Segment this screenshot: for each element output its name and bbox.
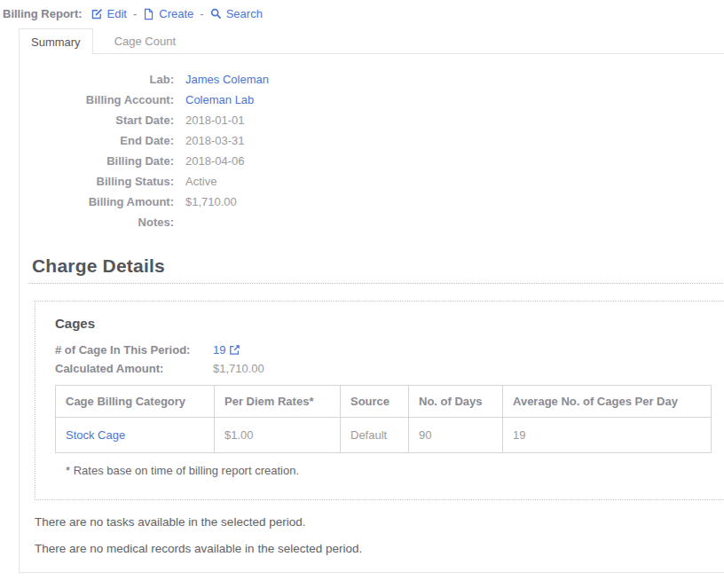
tab-summary[interactable]: Summary: [19, 28, 93, 54]
charge-details-section: Charge Details: [28, 255, 724, 284]
field-row-start-date: Start Date: 2018-01-01: [20, 110, 724, 130]
field-row-lab: Lab: James Coleman: [20, 69, 724, 90]
file-icon: [143, 8, 154, 20]
billing-account-link[interactable]: Coleman Lab: [185, 93, 254, 106]
search-label: Search: [226, 7, 263, 20]
start-date-value: 2018-01-01: [185, 110, 245, 130]
create-button[interactable]: Create: [143, 7, 193, 20]
field-label: Billing Date:: [20, 151, 174, 171]
cage-count-row: # of Cage In This Period: 19: [55, 341, 724, 359]
lab-link[interactable]: James Coleman: [185, 73, 269, 86]
page-header: Billing Report: Edit - Create - Search: [3, 7, 263, 20]
field-label: Notes:: [20, 212, 174, 232]
tab-summary-label: Summary: [31, 35, 81, 49]
rates-footnote: * Rates base on time of billing report c…: [66, 464, 724, 477]
edit-label: Edit: [107, 7, 127, 20]
page-title: Billing Report:: [3, 7, 83, 20]
no-medical-records-message: There are no medical records available i…: [35, 541, 724, 556]
summary-fields: Lab: James Coleman Billing Account: Cole…: [20, 54, 724, 232]
billing-amount-value: $1,710.00: [185, 192, 237, 212]
edit-button[interactable]: Edit: [90, 7, 127, 20]
source-cell: Default: [341, 418, 409, 453]
cages-box: Cages # of Cage In This Period: 19 Calcu…: [35, 301, 724, 500]
col-per-diem-rates: Per Diem Rates*: [215, 386, 341, 418]
search-icon: [210, 8, 222, 20]
cages-heading: Cages: [55, 316, 724, 331]
create-label: Create: [159, 7, 193, 20]
table-row: Stock Cage $1.00 Default 90 19: [56, 418, 712, 453]
field-row-end-date: End Date: 2018-03-31: [20, 130, 724, 151]
field-label: Billing Account:: [20, 90, 174, 110]
col-no-of-days: No. of Days: [409, 386, 503, 418]
billing-report-page: Billing Report: Edit - Create - Search S…: [0, 0, 724, 588]
billing-status-value: Active: [185, 171, 216, 192]
field-label: Billing Status:: [20, 171, 174, 192]
field-label: Billing Amount:: [20, 192, 174, 212]
table-header-row: Cage Billing Category Per Diem Rates* So…: [56, 386, 712, 418]
summary-panel: Lab: James Coleman Billing Account: Cole…: [19, 53, 724, 573]
field-row-billing-amount: Billing Amount: $1,710.00: [20, 192, 724, 212]
billing-date-value: 2018-04-06: [185, 151, 245, 171]
separator: -: [133, 7, 137, 20]
empty-state-messages: There are no tasks available in the sele…: [35, 514, 724, 556]
tab-bar: Summary Cage Count: [19, 28, 177, 54]
field-row-billing-status: Billing Status: Active: [20, 171, 724, 192]
stock-cage-link[interactable]: Stock Cage: [66, 428, 125, 442]
edit-icon: [90, 8, 103, 20]
cage-billing-table: Cage Billing Category Per Diem Rates* So…: [55, 385, 712, 453]
calculated-amount-row: Calculated Amount: $1,710.00: [55, 359, 724, 378]
field-row-billing-date: Billing Date: 2018-04-06: [20, 151, 724, 171]
rate-cell: $1.00: [215, 418, 341, 453]
days-cell: 90: [409, 418, 503, 453]
field-row-billing-account: Billing Account: Coleman Lab: [20, 90, 724, 110]
search-button[interactable]: Search: [210, 7, 263, 20]
field-label: Lab:: [20, 69, 174, 90]
external-link-icon[interactable]: [229, 344, 240, 356]
charge-details-heading: Charge Details: [32, 255, 165, 276]
tab-cage-count[interactable]: Cage Count: [113, 28, 177, 54]
field-label: Start Date:: [20, 110, 174, 130]
calculated-amount-value: $1,710.00: [213, 359, 264, 378]
cage-count-label: # of Cage In This Period:: [55, 341, 213, 359]
calculated-amount-label: Calculated Amount:: [55, 359, 213, 378]
col-source: Source: [341, 386, 409, 418]
field-row-notes: Notes:: [20, 212, 724, 232]
no-tasks-message: There are no tasks available in the sele…: [35, 514, 724, 529]
field-label: End Date:: [20, 130, 174, 151]
separator: -: [200, 7, 203, 20]
tab-cage-count-label: Cage Count: [114, 35, 176, 48]
col-avg-cages-per-day: Average No. of Cages Per Day: [503, 386, 712, 418]
end-date-value: 2018-03-31: [185, 130, 245, 151]
avg-cell: 19: [503, 418, 712, 453]
col-cage-billing-category: Cage Billing Category: [56, 386, 215, 418]
cage-count-link[interactable]: 19: [213, 341, 225, 359]
